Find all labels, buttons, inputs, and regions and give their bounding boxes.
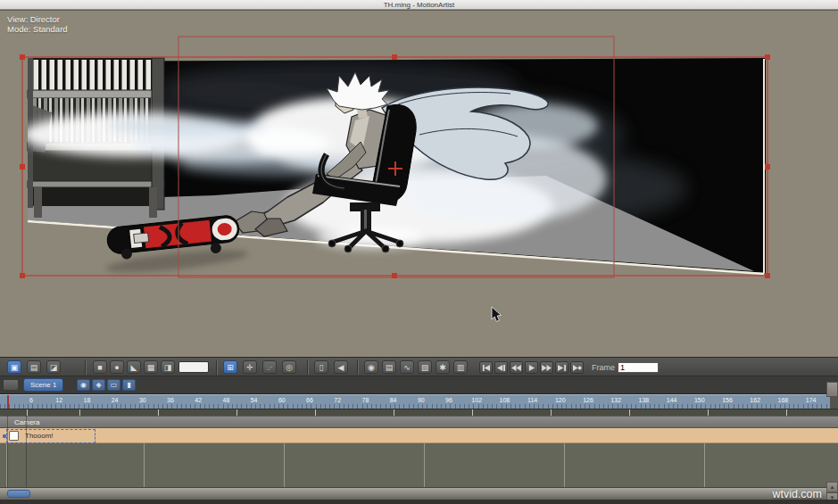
go-to-start-button[interactable]	[479, 361, 493, 374]
playhead-marker[interactable]	[7, 395, 9, 409]
grid-tool-button[interactable]: ▦	[144, 360, 158, 374]
window-title: TH.ming - MotionArtist	[384, 0, 455, 10]
layer-view-button[interactable]: ▤	[27, 360, 41, 374]
horizontal-scroll-thumb[interactable]	[7, 490, 30, 498]
motionartist-window: TH.ming - MotionArtist	[0, 0, 838, 504]
zoom-tool-button[interactable]: ◎	[282, 360, 296, 374]
toolbar-separator	[216, 360, 217, 375]
next-keyframe-button[interactable]	[555, 361, 568, 374]
camera-toggle[interactable]: ◈	[92, 379, 105, 391]
mask-tool-button[interactable]: ◨	[161, 360, 175, 374]
timeline-corner-button[interactable]	[826, 382, 838, 397]
seconds-tick-strip	[0, 409, 838, 416]
scene-tab-label: Scene 1	[30, 381, 56, 389]
speaker-button[interactable]: ◀	[334, 360, 348, 374]
play-button[interactable]	[525, 361, 538, 374]
move-tool-icon: ✛	[246, 363, 253, 372]
select-tool-icon: ⊞	[227, 363, 234, 372]
record-keyframe-icon: ◉	[368, 363, 375, 372]
edit-mode-label: Mode: Standard	[7, 24, 68, 34]
rectangle-tool-button[interactable]: ■	[93, 360, 107, 374]
script-list-icon: ▥	[457, 363, 465, 372]
timeline-edit-area[interactable]	[0, 443, 838, 487]
ruler-frame-label: 156	[722, 397, 733, 403]
motion-path-icon: ∿	[403, 363, 411, 372]
director-canvas[interactable]: View: Director Mode: Standard	[0, 10, 838, 357]
camera-group-label: Camera	[14, 418, 39, 426]
ellipse-tool-button[interactable]: ●	[110, 360, 124, 374]
ruler-frame-label: 90	[418, 397, 425, 403]
visibility-toggle[interactable]: ◉	[77, 379, 90, 391]
track-name-label: Thooom!	[25, 432, 54, 440]
clipboard-button[interactable]: ▤	[382, 360, 396, 374]
title-bar[interactable]: TH.ming - MotionArtist	[0, 0, 838, 10]
move-tool-button[interactable]: ✛	[243, 360, 257, 374]
microphone-button[interactable]: ▯	[314, 360, 328, 374]
preview-toggle[interactable]: ▭	[107, 379, 120, 391]
director-view-button[interactable]: ▣	[7, 360, 21, 374]
polygon-tool-button[interactable]: ◣	[127, 360, 141, 374]
microphone-icon: ▯	[319, 363, 324, 372]
speaker-icon: ◀	[338, 363, 344, 372]
ruler-frame-label: 108	[500, 397, 510, 403]
scroll-up-button[interactable]: ▲	[826, 482, 838, 492]
stroke-preview-field[interactable]	[178, 361, 209, 373]
ruler-frame-label: 162	[750, 397, 760, 403]
effects-icon: ✱	[439, 363, 446, 372]
ruler-frame-label: 96	[445, 397, 452, 403]
step-back-button[interactable]	[510, 361, 523, 374]
ruler-frame-label: 132	[610, 397, 621, 403]
ruler-frame-label: 30	[139, 397, 146, 403]
record-keyframe-button[interactable]: ◉	[364, 360, 378, 374]
toolbar-separator	[307, 360, 308, 375]
select-tool-button[interactable]: ⊞	[223, 360, 237, 374]
ruler-frame-label: 126	[583, 397, 593, 403]
frame-label: Frame	[592, 363, 615, 372]
horizontal-scrollbar[interactable]: wtvid.com	[0, 487, 838, 500]
mouse-cursor	[492, 307, 502, 321]
timeline-gutter-line	[7, 416, 8, 487]
play-icon	[527, 364, 536, 372]
split-view-button[interactable]: ◪	[46, 360, 61, 374]
ruler-frame-label: 6	[29, 397, 33, 403]
go-to-end-button[interactable]	[570, 361, 584, 374]
camera-group-row[interactable]: Camera	[0, 416, 838, 428]
monitor-icon: ▭	[111, 381, 118, 389]
ruler-frame-label: 138	[639, 397, 650, 403]
ruler-frame-label: 174	[806, 397, 817, 403]
director-view-icon: ▣	[11, 363, 19, 372]
zoom-tool-icon: ◎	[286, 363, 293, 372]
pan-tool-button[interactable]: ☞	[262, 360, 277, 374]
previous-keyframe-button[interactable]	[494, 361, 508, 374]
track-enable-checkbox[interactable]	[9, 431, 19, 441]
split-view-icon: ◪	[50, 363, 58, 372]
go-to-end-icon	[572, 364, 582, 372]
timeline-ruler[interactable]: 6121824303642485460667278849096102108114…	[0, 394, 830, 409]
ruler-frame-label: 72	[334, 397, 341, 403]
hatch-fill-button[interactable]: ▨	[418, 360, 432, 374]
ruler-frame-label: 120	[555, 397, 566, 403]
ruler-frame-label: 36	[167, 397, 174, 403]
script-list-button[interactable]: ▥	[453, 360, 468, 374]
ruler-frame-label: 42	[195, 397, 202, 403]
visibility-icon: ◉	[80, 381, 87, 389]
scene-tab[interactable]: Scene 1	[23, 378, 63, 392]
ruler-frame-label: 84	[390, 397, 397, 403]
effects-button[interactable]: ✱	[436, 360, 450, 374]
ruler-frame-label: 54	[251, 397, 258, 403]
ellipse-tool-icon: ●	[114, 363, 119, 372]
motion-path-button[interactable]: ∿	[400, 360, 414, 374]
grid-tool-icon: ▦	[147, 363, 155, 372]
scene-menu-button[interactable]	[3, 379, 19, 391]
ruler-frame-label: 24	[112, 397, 119, 403]
canvas-artwork	[0, 11, 838, 358]
camera-icon: ◈	[95, 381, 101, 389]
frame-input[interactable]	[618, 362, 659, 373]
track-row[interactable]: Thooom!	[0, 428, 838, 443]
track-height-toggle[interactable]: ▮	[122, 379, 136, 391]
step-forward-button[interactable]	[540, 361, 553, 374]
ruler-frame-label: 12	[55, 397, 62, 403]
ruler-frame-label: 102	[471, 397, 482, 403]
step-forward-icon	[542, 364, 552, 372]
toolbar-separator	[357, 360, 358, 375]
